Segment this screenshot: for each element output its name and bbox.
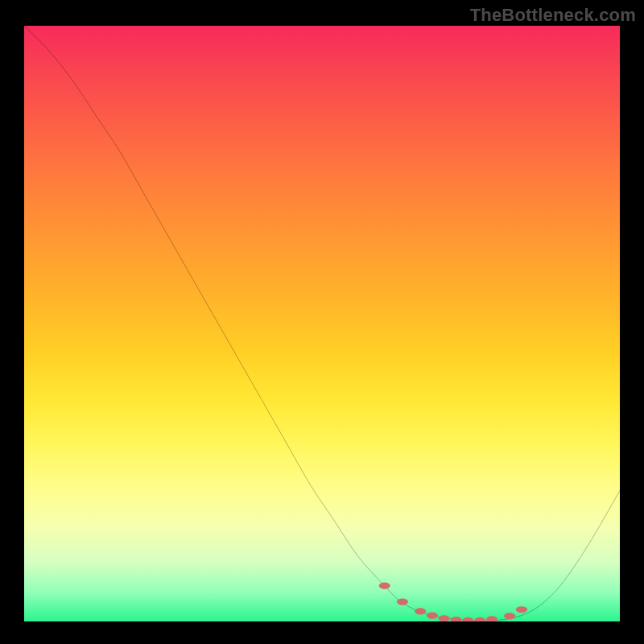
marker-dot [439,615,450,621]
bottleneck-curve [24,26,620,621]
marker-dot [427,613,438,619]
marker-dot [504,613,515,619]
marker-dot [516,606,527,613]
highlight-markers [379,583,527,621]
plot-area [24,26,620,621]
marker-dot [450,617,461,621]
marker-dot [379,583,390,589]
marker-dot [397,599,408,605]
marker-dot [462,617,473,621]
curve-layer [24,26,620,621]
marker-dot [486,616,497,621]
marker-dot [474,617,485,621]
chart-stage: TheBottleneck.com [0,0,644,644]
watermark-text: TheBottleneck.com [470,5,636,26]
marker-dot [415,608,426,614]
